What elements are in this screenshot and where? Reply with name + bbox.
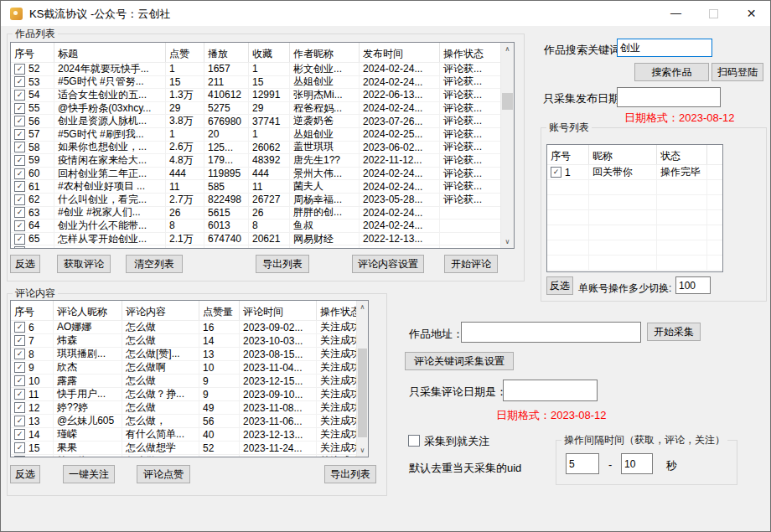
column-header[interactable]: 序号 xyxy=(547,145,589,164)
works-export-button[interactable]: 导出列表 xyxy=(256,255,309,273)
scroll-down-arrow[interactable]: ∨ xyxy=(501,235,514,248)
comment-content-settings-button[interactable]: 评论内容设置 xyxy=(352,255,424,273)
table-row[interactable]: ✓16第凡信怎么做842024-01-27...关注成功 xyxy=(11,455,368,457)
qr-login-button[interactable]: 扫码登陆 xyxy=(711,63,763,81)
table-row[interactable]: ✓1回关带你操作完毕 xyxy=(547,165,722,180)
row-checkbox[interactable]: ✓ xyxy=(14,207,25,218)
table-row[interactable]: ✓56创业是资源人脉机...3.8万67698037741逆袭奶爸2023-07… xyxy=(11,115,514,128)
works-invert-button[interactable]: 反选 xyxy=(10,255,40,273)
close-button[interactable]: ✕ xyxy=(732,1,770,26)
work-url-input[interactable] xyxy=(461,322,641,343)
table-row[interactable]: ✓54适合女生创业的五...1.3万41061212991张明杰Mi...202… xyxy=(11,89,514,102)
row-checkbox[interactable]: ✓ xyxy=(14,349,25,359)
column-header[interactable]: 评论内容 xyxy=(122,301,199,320)
row-checkbox[interactable]: ✓ xyxy=(551,167,561,178)
row-checkbox[interactable]: ✓ xyxy=(14,103,25,114)
table-row[interactable]: ✓62什么叫创业，看完...2.7万82249826727周杨幸福...2023… xyxy=(11,194,514,207)
row-checkbox[interactable]: ✓ xyxy=(14,64,25,75)
scroll-up-arrow[interactable]: ∧ xyxy=(501,43,514,55)
table-row[interactable]: ✓522024年就要玩快手...116571彬文创业...2024-02-24.… xyxy=(11,63,514,76)
accounts-invert-button[interactable]: 反选 xyxy=(546,276,573,295)
search-keyword-input[interactable] xyxy=(617,39,712,57)
scrollbar-thumb[interactable] xyxy=(358,349,367,437)
start-comment-button[interactable]: 开始评论 xyxy=(444,255,498,273)
row-checkbox[interactable]: ✓ xyxy=(14,234,25,245)
scroll-down-arrow[interactable]: ∨ xyxy=(357,444,368,457)
works-vertical-scrollbar[interactable]: ∧ ∨ xyxy=(500,43,514,248)
table-row[interactable]: ✓57#5G时代 #刷到我...1201丛姐创业2024-02-25...评论获… xyxy=(11,128,514,142)
table-row[interactable]: ✓12婷??婷怎么做492023-11-08...关注成功 xyxy=(11,401,368,415)
publish-date-filter-input[interactable] xyxy=(617,87,721,107)
row-checkbox[interactable]: ✓ xyxy=(14,168,25,179)
clear-list-button[interactable]: 清空列表 xyxy=(126,255,183,273)
table-row[interactable]: ✓65怎样从零开始创业...2.1万67474020621网易财经2022-12… xyxy=(11,233,514,246)
column-header[interactable]: 播放 xyxy=(204,43,249,62)
table-row[interactable]: ✓55@快手粉条(03xhcy...29527529程爸程妈...2024-02… xyxy=(11,102,514,116)
row-checkbox[interactable]: ✓ xyxy=(14,456,25,457)
comment-keyword-settings-button[interactable]: 评论关键词采集设置 xyxy=(405,352,514,370)
get-comments-button[interactable]: 获取评论 xyxy=(57,255,111,273)
table-row[interactable]: ✓7炜森怎么做142023-10-03...关注成功 xyxy=(11,334,368,348)
table-row[interactable]: ✓ xyxy=(11,245,514,249)
column-header[interactable]: 点赞量 xyxy=(199,301,240,320)
row-checkbox[interactable]: ✓ xyxy=(14,76,25,87)
minimize-button[interactable]: — xyxy=(657,1,695,26)
column-header[interactable]: 昵称 xyxy=(589,145,657,164)
column-header[interactable]: 发布时间 xyxy=(360,43,440,62)
row-checkbox[interactable]: ✓ xyxy=(14,322,25,333)
follow-all-button[interactable]: 一键关注 xyxy=(63,465,115,483)
column-header[interactable]: 评论时间 xyxy=(240,301,317,320)
scroll-up-arrow[interactable]: ∧ xyxy=(357,301,368,313)
table-row[interactable]: ✓63#创业 #祝家人们...26561526胖胖的创...2024-02-24… xyxy=(11,207,514,220)
search-works-button[interactable]: 搜索作品 xyxy=(634,63,709,81)
comments-vertical-scrollbar[interactable]: ∧ ∨ xyxy=(356,301,368,457)
row-checkbox[interactable]: ✓ xyxy=(14,90,25,101)
table-row[interactable]: ✓14瑾嵘有什么简单...402023-12-13...关注成功 xyxy=(11,428,368,442)
comments-invert-button[interactable]: 反选 xyxy=(10,465,40,483)
column-header[interactable]: 评论人昵称 xyxy=(54,301,122,320)
row-checkbox[interactable]: ✓ xyxy=(14,116,25,127)
table-row[interactable]: ✓10露露怎么做92023-12-15...关注成功 xyxy=(11,374,368,388)
row-checkbox[interactable]: ✓ xyxy=(14,429,25,440)
column-header[interactable]: 状态 xyxy=(657,145,707,164)
row-checkbox[interactable]: ✓ xyxy=(14,402,25,413)
table-row[interactable]: ✓58如果你也想创业，...2.6万125...26062盖世琪琪2023-06… xyxy=(11,142,514,155)
table-row[interactable]: ✓15果果怎么做想学522023-11-24...关注成功 xyxy=(11,442,368,455)
column-header[interactable]: 收藏 xyxy=(249,43,290,62)
row-checkbox[interactable]: ✓ xyxy=(14,335,25,346)
table-row[interactable]: ✓60回村创业第二年正...444119895444景州大伟...2024-02… xyxy=(11,168,514,181)
row-checkbox[interactable]: ✓ xyxy=(14,142,25,152)
column-header[interactable]: 作者昵称 xyxy=(290,43,360,62)
interval-to-input[interactable] xyxy=(621,453,653,474)
account-switch-input[interactable] xyxy=(675,276,711,294)
table-row[interactable]: ✓59疫情闲在家来给大...4.8万179...48392唐先生1??2022-… xyxy=(11,154,514,168)
table-row[interactable]: ✓13@幺妹儿605怎么做，562023-11-06...关注成功 xyxy=(11,415,368,428)
table-row[interactable]: ✓8琪琪播剧...怎么做[赞]...132023-08-15...关注成功 xyxy=(11,348,368,361)
column-header[interactable]: 操作状态 xyxy=(440,43,503,62)
row-checkbox[interactable]: ✓ xyxy=(14,375,25,386)
row-checkbox[interactable]: ✓ xyxy=(14,389,25,400)
row-checkbox[interactable]: ✓ xyxy=(14,220,25,231)
table-row[interactable]: ✓64创业为什么不能带...860138鱼叔2024-02-24... xyxy=(11,220,514,233)
table-row[interactable]: ✓53#5G时代 #只管努...1521115丛姐创业2024-02-24...… xyxy=(11,76,514,90)
interval-from-input[interactable] xyxy=(566,453,599,474)
row-checkbox[interactable]: ✓ xyxy=(14,246,25,249)
row-checkbox[interactable]: ✓ xyxy=(14,442,25,453)
scrollbar-thumb[interactable] xyxy=(502,93,513,110)
table-row[interactable]: ✓9欣杰怎么做啊102023-11-04...关注成功 xyxy=(11,361,368,374)
row-checkbox[interactable]: ✓ xyxy=(14,129,25,140)
comments-export-button[interactable]: 导出列表 xyxy=(324,465,376,483)
row-checkbox[interactable]: ✓ xyxy=(14,155,25,166)
start-collect-button[interactable]: 开始采集 xyxy=(647,323,701,341)
column-header[interactable]: 操作状态 xyxy=(317,301,359,320)
row-checkbox[interactable]: ✓ xyxy=(14,362,25,373)
table-row[interactable]: ✓6AO娜娜怎么做162023-09-02...关注成功 xyxy=(11,321,368,334)
like-comments-button[interactable]: 评论点赞 xyxy=(137,465,190,483)
column-header[interactable]: 点赞 xyxy=(166,43,204,62)
row-checkbox[interactable]: ✓ xyxy=(14,194,25,205)
table-row[interactable]: ✓11快手用户...怎么做？挣...92023-09-10...关注成功 xyxy=(11,388,368,401)
column-header[interactable]: 序号 xyxy=(11,43,54,62)
row-checkbox[interactable]: ✓ xyxy=(14,416,25,426)
follow-on-collect-checkbox[interactable] xyxy=(408,435,420,447)
comment-date-filter-input[interactable] xyxy=(503,380,598,401)
